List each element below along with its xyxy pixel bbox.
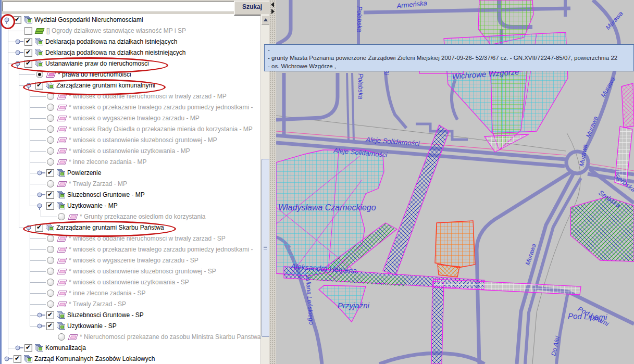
expand-handle-icon[interactable] xyxy=(25,81,34,90)
tree-node-label[interactable]: * Trwaly Zarzad - SP xyxy=(69,300,126,308)
tree-node-label[interactable]: Powierzenie xyxy=(67,169,101,177)
layer-checkbox[interactable] xyxy=(35,224,43,232)
layer-checkbox[interactable] xyxy=(46,311,54,319)
tree-node-label[interactable]: Zarząd Komunalnych Zasobów Lokalowych xyxy=(34,355,155,362)
tree-row[interactable]: * wniosek Rady Osiedla o przekazanie mie… xyxy=(36,124,253,134)
tree-row[interactable]: * wniosek o ustanowienie sluzebnosci gru… xyxy=(36,266,216,277)
tree-node-label[interactable]: Uzytkowanie - MP xyxy=(67,202,118,209)
tree-node-label[interactable]: * wniosek o ustanowienie uzytkowania - M… xyxy=(69,147,190,155)
tree-row[interactable]: Sluzebnosci Gruntowe - MP xyxy=(36,190,145,200)
tree-row[interactable]: * inne zlecone zadania - MP xyxy=(36,157,146,167)
splitter-collapse-left-icon[interactable] xyxy=(271,2,274,7)
tree-row[interactable]: * wniosek o ustanowienie sluzebnosci gru… xyxy=(36,135,217,145)
expand-handle-icon[interactable] xyxy=(14,59,23,68)
tree-row[interactable]: * inne zlecone zadania - SP xyxy=(36,288,145,298)
layer-checkbox[interactable] xyxy=(14,16,21,24)
tree-row[interactable]: Wydział Gospodarki Nieruchomosciami xyxy=(3,15,143,25)
layer-checkbox[interactable] xyxy=(24,60,32,68)
expand-handle-icon[interactable] xyxy=(3,16,13,24)
expand-handle-icon[interactable] xyxy=(25,223,34,232)
tree-node-label[interactable]: * wniosek o oddanie nieruchomosci w trwa… xyxy=(69,235,226,242)
layer-checkbox[interactable] xyxy=(24,49,32,57)
tree-node-label[interactable]: Komunalizacja xyxy=(45,344,86,352)
tree-row[interactable]: Komunalizacja xyxy=(14,343,86,353)
tree-node-label[interactable]: * wniosek o oddanie nieruchomosci w trwa… xyxy=(69,93,227,100)
expand-handle-icon[interactable] xyxy=(36,311,45,319)
layer-radio[interactable] xyxy=(47,246,54,253)
layer-radio[interactable] xyxy=(47,125,54,133)
search-input[interactable] xyxy=(2,2,235,11)
tree-node-label[interactable]: Zarządzanie gruntami Skarbu Państwa xyxy=(56,224,164,231)
layer-checkbox[interactable] xyxy=(46,202,54,210)
tree-node-label[interactable]: * wniosek Rady Osiedla o przekazanie mie… xyxy=(69,125,253,133)
tree-node-label[interactable]: * Nieruchomosci przekazane do zasobu Min… xyxy=(80,333,260,341)
tree-node-label[interactable]: * wniosek o wygaszenie trwalego zarzadu … xyxy=(69,257,198,264)
layer-radio[interactable] xyxy=(47,104,54,111)
tree-node-label[interactable]: * inne zlecone zadania - SP xyxy=(69,290,145,297)
tree-node-label[interactable]: * wniosek o wygaszenie trwalego zarzadu … xyxy=(69,115,200,122)
layer-checkbox[interactable] xyxy=(24,27,32,35)
tree-row[interactable]: * wniosek o przekazanie trwalego zarzadu… xyxy=(36,102,253,112)
layer-radio[interactable] xyxy=(47,235,54,242)
tree-row[interactable]: * wniosek o ustanowienie uzytkowania - S… xyxy=(36,277,189,287)
tree-node-label[interactable]: * wniosek o przekazanie trwalego zarzadu… xyxy=(69,246,253,253)
tree-node-label[interactable]: * inne zlecone zadania - MP xyxy=(69,158,146,166)
layer-checkbox[interactable] xyxy=(46,169,54,177)
expand-handle-icon[interactable] xyxy=(14,48,23,57)
tree-row[interactable]: * prawa do nieruchomoiści xyxy=(25,69,131,80)
tree-row[interactable]: * Nieruchomosci przekazane do zasobu Min… xyxy=(47,332,260,342)
tree-row[interactable]: Uzytkowanie - SP xyxy=(36,321,117,331)
splitter-collapse-right-icon[interactable] xyxy=(271,9,275,14)
layer-tree-panel[interactable]: Wydział Gospodarki Nieruchomosciami[] Og… xyxy=(0,14,260,364)
tree-node-label[interactable]: * wniosek o ustanowienie sluzebnosci gru… xyxy=(69,268,216,275)
tree-row[interactable]: Zarządzanie gruntami Skarbu Państwa xyxy=(25,222,164,233)
layer-radio[interactable] xyxy=(47,147,54,155)
tree-node-label[interactable]: Zarządzanie gruntami komunalnymi xyxy=(56,82,155,89)
tree-node-label[interactable]: * prawa do nieruchomoiści xyxy=(58,71,131,78)
tree-row[interactable]: Uzytkowanie - MP xyxy=(36,200,118,211)
layer-radio[interactable] xyxy=(47,180,54,187)
expand-handle-icon[interactable] xyxy=(36,169,45,177)
tree-row[interactable]: Ustanawianie praw do nieruchomosci xyxy=(14,58,149,69)
expand-handle-icon[interactable] xyxy=(36,202,45,210)
tree-row[interactable]: * Trwaly Zarzad - SP xyxy=(36,299,126,309)
layer-radio[interactable] xyxy=(47,268,54,275)
layer-checkbox[interactable] xyxy=(46,191,54,199)
tree-node-label[interactable]: * wniosek o przekazanie trwalego zarzadu… xyxy=(69,104,253,111)
expand-handle-icon[interactable] xyxy=(14,344,23,352)
layer-radio[interactable] xyxy=(58,213,65,220)
layer-radio[interactable] xyxy=(47,279,54,286)
tree-row[interactable]: Deklaracja podatkowa na działkach nieist… xyxy=(14,47,185,58)
layer-radio[interactable] xyxy=(47,257,54,264)
tree-node-label[interactable]: Sluzebnosci Gruntowe - MP xyxy=(67,191,145,198)
tree-node-label[interactable]: * Grunty przekazane osiedlom do korzysta… xyxy=(80,213,205,220)
tree-row[interactable]: Sluzebnosci Gruntowe - SP xyxy=(36,310,144,320)
tree-row[interactable]: * wniosek o oddanie nieruchomosci w trwa… xyxy=(36,233,226,244)
expand-handle-icon[interactable] xyxy=(14,37,23,46)
tree-node-label[interactable]: Uzytkowanie - SP xyxy=(67,322,117,330)
tree-row[interactable]: Deklaracja podatkowa na działkach istnie… xyxy=(14,36,177,47)
tree-node-label[interactable]: Deklaracja podatkowa na działkach nieist… xyxy=(45,49,185,56)
expand-handle-icon[interactable] xyxy=(36,322,45,330)
tree-row[interactable]: Zarządzanie gruntami komunalnymi xyxy=(25,80,155,91)
expand-handle-icon[interactable] xyxy=(36,191,45,199)
layer-radio[interactable] xyxy=(36,71,43,78)
tree-row[interactable]: * wniosek o przekazanie trwalego zarzadu… xyxy=(36,244,253,255)
tree-node-label[interactable]: Ustanawianie praw do nieruchomosci xyxy=(45,60,149,67)
tree-row[interactable]: [] Ogrody działkowe stanowiące własność … xyxy=(14,26,186,36)
layer-radio[interactable] xyxy=(47,136,54,144)
tree-row[interactable]: Powierzenie xyxy=(36,168,101,178)
tree-node-label[interactable]: [] Ogrody działkowe stanowiące własność … xyxy=(46,27,186,34)
tree-row[interactable]: * Trwaly Zarzad - MP xyxy=(36,179,127,189)
layer-radio[interactable] xyxy=(58,333,65,341)
layer-radio[interactable] xyxy=(47,290,54,297)
layer-radio[interactable] xyxy=(47,300,54,308)
layer-checkbox[interactable] xyxy=(24,344,32,352)
layer-checkbox[interactable] xyxy=(46,322,54,330)
search-button[interactable]: Szukaj xyxy=(234,1,270,16)
tree-row[interactable]: * wniosek o wygaszenie trwalego zarzadu … xyxy=(36,113,200,123)
layer-radio[interactable] xyxy=(47,158,54,166)
layer-checkbox[interactable] xyxy=(14,355,21,363)
tree-node-label[interactable]: * wniosek o ustanowienie sluzebnosci gru… xyxy=(69,136,217,144)
tree-row[interactable]: * wniosek o wygaszenie trwalego zarzadu … xyxy=(36,255,198,266)
